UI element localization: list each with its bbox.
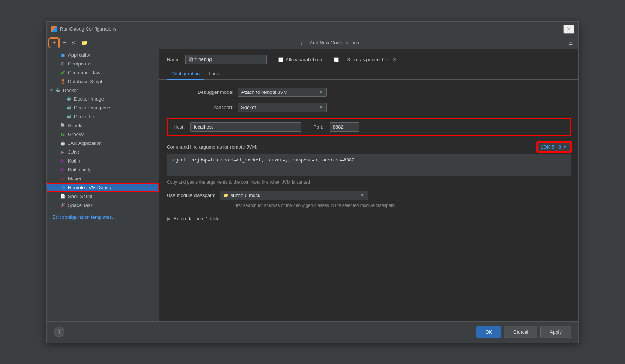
sidebar-item-junit[interactable]: ▶ JUnit — [47, 148, 159, 157]
debugger-mode-value: Attach to remote JVM — [241, 89, 287, 95]
jdk-value: JDK 5 - 8 — [541, 144, 561, 150]
tab-configuration[interactable]: Configuration — [167, 68, 204, 80]
debugger-mode-arrow: ▼ — [318, 89, 323, 95]
space-icon: 🚀 — [60, 203, 66, 208]
gear-icon[interactable]: ⚙ — [392, 57, 397, 62]
port-input[interactable] — [330, 122, 359, 132]
config-area: Debugger mode: Attach to remote JVM ▼ Tr… — [159, 80, 578, 321]
sidebar-scroll: ▣ Application ⊞ Compound 🥒 Cucumber Java — [47, 51, 159, 320]
allow-parallel-checkbox[interactable] — [278, 57, 283, 62]
sidebar-item-database-script[interactable]: 🗄 Database Script — [47, 77, 159, 86]
jdk-arrow: ▼ — [562, 144, 567, 150]
gradle-icon: 🐘 — [60, 123, 66, 129]
port-label: Port: — [313, 124, 323, 130]
sidebar-label-kotlin: Kotlin — [68, 158, 80, 164]
cmd-hint: Copy and paste the arguments to the comm… — [167, 180, 571, 185]
cmd-textarea[interactable] — [167, 154, 571, 176]
main-content: ▣ Application ⊞ Compound 🥒 Cucumber Java — [47, 49, 578, 321]
sidebar-label-junit: JUnit — [68, 149, 79, 155]
sidebar-label-groovy: Groovy — [68, 132, 84, 137]
sidebar-group-docker[interactable]: ▼ 🐳 Docker — [47, 86, 159, 95]
name-input[interactable] — [185, 55, 267, 64]
sidebar-label-docker-image: Docker Image — [74, 96, 104, 102]
tabs: Configuration Logs — [159, 68, 578, 80]
docker-chevron: ▼ — [50, 88, 53, 92]
before-launch-arrow: ▶ — [167, 216, 170, 221]
sidebar-label-jar-application: JAR Application — [68, 140, 102, 146]
sidebar-label-gradle: Gradle — [68, 123, 82, 128]
before-launch-section[interactable]: ▶ Before launch: 1 task — [167, 211, 571, 226]
sidebar-item-cucumber-java[interactable]: 🥒 Cucumber Java — [47, 68, 159, 77]
module-classpath-arrow: ▼ — [360, 193, 365, 198]
sidebar-item-application[interactable]: ▣ Application — [47, 51, 159, 59]
sidebar-item-groovy[interactable]: G Groovy — [47, 130, 159, 139]
ok-button[interactable]: OK — [476, 326, 501, 338]
collapse-button[interactable]: ☰ — [566, 39, 575, 47]
add-new-label: Add New Configuration — [310, 40, 359, 45]
sidebar-label-maven: Maven — [68, 176, 82, 181]
folder-button[interactable]: 📁 — [79, 39, 89, 47]
module-classpath-label: Use module classpath: — [167, 193, 216, 198]
run-debug-dialog: Run/Debug Configurations ✕ + − ⎘ 📁 ↕ Add… — [46, 21, 579, 343]
transport-value: Socket — [241, 105, 256, 110]
sidebar-item-docker-image[interactable]: 🐳 Docker Image — [47, 95, 159, 103]
cancel-button[interactable]: Cancel — [504, 326, 537, 338]
cmd-section: Command line arguments for remote JVM: J… — [167, 142, 571, 185]
sidebar-label-space-task: Space Task — [68, 203, 93, 208]
sidebar-item-maven[interactable]: m Maven — [47, 174, 159, 183]
sidebar-item-compound[interactable]: ⊞ Compound — [47, 59, 159, 68]
sort-button[interactable]: ↕ — [298, 39, 305, 47]
sidebar: ▣ Application ⊞ Compound 🥒 Cucumber Java — [47, 49, 159, 321]
debugger-mode-select[interactable]: Attach to remote JVM ▼ — [238, 88, 327, 97]
store-as-project-group: Store as project file ⚙ — [334, 57, 396, 62]
sidebar-item-shell-script[interactable]: 📄 Shell Script — [47, 192, 159, 201]
db-icon: 🗄 — [60, 79, 66, 85]
sidebar-label-cucumber-java: Cucumber Java — [68, 70, 102, 75]
host-label: Host: — [173, 124, 185, 130]
allow-parallel-label: Allow parallel run — [286, 57, 322, 62]
module-classpath-select[interactable]: 📁 suzhou_muck ▼ — [220, 191, 368, 200]
sidebar-item-jar-application[interactable]: ☕ JAR Application — [47, 139, 159, 148]
sidebar-list: ▣ Application ⊞ Compound 🥒 Cucumber Java — [47, 51, 159, 320]
sidebar-item-gradle[interactable]: 🐘 Gradle — [47, 121, 159, 130]
sidebar-item-dockerfile[interactable]: 🐳 Dockerfile — [47, 112, 159, 121]
tab-logs[interactable]: Logs — [204, 68, 223, 80]
dialog-title: Run/Debug Configurations — [60, 26, 116, 32]
sidebar-item-remote-jvm-debug[interactable]: 🖥 Remote JVM Debug — [47, 183, 159, 192]
sidebar-label-database-script: Database Script — [68, 79, 102, 84]
edit-templates-anchor[interactable]: Edit configuration templates... — [53, 214, 116, 220]
compound-icon: ⊞ — [60, 61, 66, 67]
apply-button[interactable]: Apply — [540, 326, 571, 338]
before-launch-label: Before launch: 1 task — [173, 216, 219, 221]
maven-icon: m — [60, 176, 66, 182]
sidebar-item-space-task[interactable]: 🚀 Space Task — [47, 201, 159, 210]
debugger-mode-label: Debugger mode: — [167, 89, 233, 95]
transport-arrow: ▼ — [318, 105, 323, 110]
transport-label: Transport: — [167, 105, 233, 110]
close-button[interactable]: ✕ — [563, 25, 574, 34]
name-label: Name: — [167, 57, 181, 62]
sidebar-label-compound: Compound — [68, 61, 92, 67]
store-as-project-label: Store as project file — [347, 57, 388, 62]
cucumber-icon: 🥒 — [60, 70, 66, 76]
host-input[interactable] — [190, 122, 301, 132]
toolbar: + − ⎘ 📁 ↕ Add New Configuration ☰ — [47, 37, 578, 49]
copy-button[interactable]: ⎘ — [70, 39, 77, 47]
remove-button[interactable]: − — [60, 38, 68, 47]
sidebar-item-docker-compose[interactable]: 🐳 Docker-compose — [47, 103, 159, 112]
transport-row: Transport: Socket ▼ — [167, 103, 571, 112]
add-button[interactable]: + — [50, 38, 59, 47]
store-as-project-checkbox[interactable] — [334, 57, 339, 62]
sidebar-item-kotlin-script[interactable]: K Kotlin script — [47, 166, 159, 174]
help-button[interactable]: ? — [54, 327, 64, 337]
module-hint: First search for sources of the debugged… — [233, 203, 571, 208]
module-row: Use module classpath: 📁 suzhou_muck ▼ — [167, 191, 571, 200]
jdk-dropdown[interactable]: JDK 5 - 8 ▼ — [537, 142, 571, 152]
module-classpath-value: suzhou_muck — [231, 193, 260, 198]
transport-select[interactable]: Socket ▼ — [238, 103, 327, 112]
title-bar-left: Run/Debug Configurations — [51, 26, 116, 32]
sidebar-label-shell-script: Shell Script — [68, 194, 92, 199]
edit-templates-link[interactable]: Edit configuration templates... — [47, 210, 159, 223]
sidebar-item-kotlin[interactable]: K Kotlin — [47, 157, 159, 166]
module-icon: 📁 — [223, 193, 229, 198]
